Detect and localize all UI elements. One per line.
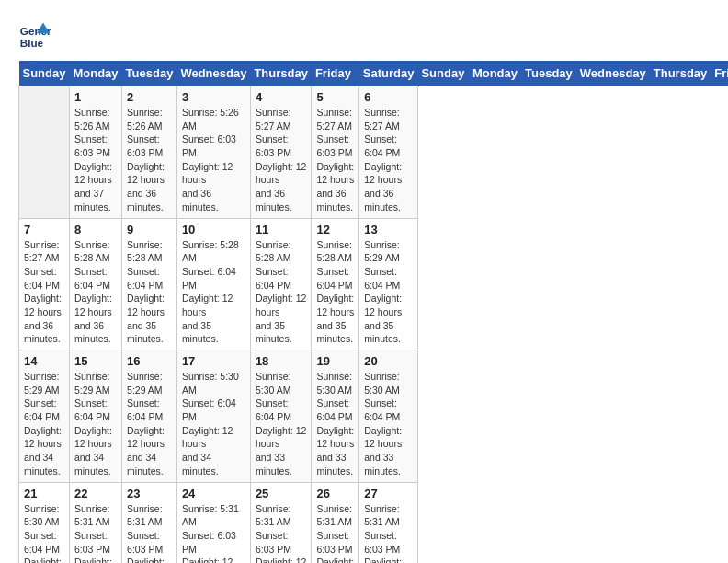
day-number: 5 — [316, 90, 354, 104]
day-number: 16 — [127, 354, 172, 368]
sunset-line: Sunset: 6:04 PM — [256, 265, 307, 292]
cell-info: Sunrise: 5:27 AMSunset: 6:04 PMDaylight:… — [24, 238, 64, 347]
weekday-header: Thursday — [250, 61, 312, 86]
sunrise-line: Sunrise: 5:28 AM — [182, 238, 245, 265]
logo-icon: General Blue — [18, 18, 51, 52]
daylight-line2: and 33 minutes. — [316, 451, 354, 477]
calendar-cell: 7Sunrise: 5:27 AMSunset: 6:04 PMDaylight… — [19, 218, 70, 350]
daylight-line1: Daylight: 12 hours — [256, 292, 307, 318]
cell-info: Sunrise: 5:29 AMSunset: 6:04 PMDaylight:… — [127, 370, 172, 478]
daylight-line2: and 36 minutes. — [127, 187, 172, 213]
sunset-line: Sunset: 6:03 PM — [316, 529, 354, 556]
sunrise-line: Sunrise: 5:26 AM — [182, 106, 245, 132]
sunrise-line: Sunrise: 5:29 AM — [127, 370, 172, 396]
calendar-cell: 20Sunrise: 5:30 AMSunset: 6:04 PMDayligh… — [359, 350, 418, 483]
sunset-line: Sunset: 6:03 PM — [182, 132, 245, 159]
cell-info: Sunrise: 5:30 AMSunset: 6:04 PMDaylight:… — [364, 370, 413, 478]
calendar-cell: 9Sunrise: 5:28 AMSunset: 6:04 PMDaylight… — [122, 218, 177, 350]
sunset-line: Sunset: 6:04 PM — [364, 265, 413, 292]
day-number: 10 — [182, 223, 245, 236]
day-number: 25 — [256, 487, 307, 500]
calendar-cell: 5Sunrise: 5:27 AMSunset: 6:03 PMDaylight… — [312, 86, 359, 219]
sunset-line: Sunset: 6:03 PM — [74, 529, 117, 556]
daylight-line2: and 35 minutes. — [316, 319, 354, 346]
weekday-header: Wednesday — [176, 61, 250, 86]
sunset-line: Sunset: 6:04 PM — [256, 396, 307, 423]
daylight-line1: Daylight: 12 hours — [182, 424, 245, 451]
weekday-header: Tuesday — [122, 61, 177, 86]
sunset-line: Sunset: 6:04 PM — [24, 529, 64, 556]
calendar-week-row: 14Sunrise: 5:29 AMSunset: 6:04 PMDayligh… — [19, 350, 729, 483]
calendar-cell: 26Sunrise: 5:31 AMSunset: 6:03 PMDayligh… — [312, 482, 359, 563]
sunrise-line: Sunrise: 5:31 AM — [316, 502, 354, 529]
daylight-line2: and 36 minutes. — [182, 187, 245, 213]
calendar-cell: 4Sunrise: 5:27 AMSunset: 6:03 PMDaylight… — [250, 86, 312, 219]
sunset-line: Sunset: 6:04 PM — [74, 396, 117, 423]
day-number: 23 — [127, 487, 172, 500]
sunset-line: Sunset: 6:03 PM — [127, 529, 172, 556]
sunrise-line: Sunrise: 5:30 AM — [182, 370, 245, 396]
weekday-header: Friday — [312, 61, 359, 86]
cell-info: Sunrise: 5:31 AMSunset: 6:03 PMDaylight:… — [364, 502, 413, 564]
cell-info: Sunrise: 5:30 AMSunset: 6:04 PMDaylight:… — [24, 502, 64, 564]
daylight-line2: and 34 minutes. — [24, 451, 64, 477]
daylight-line1: Daylight: 12 hours — [364, 160, 413, 187]
day-number: 20 — [364, 354, 413, 368]
calendar-cell: 25Sunrise: 5:31 AMSunset: 6:03 PMDayligh… — [250, 482, 312, 563]
day-number: 27 — [364, 487, 413, 500]
daylight-line2: and 35 minutes. — [182, 319, 245, 346]
daylight-line1: Daylight: 12 hours — [316, 292, 354, 318]
sunset-line: Sunset: 6:04 PM — [127, 265, 172, 292]
calendar-cell: 18Sunrise: 5:30 AMSunset: 6:04 PMDayligh… — [250, 350, 312, 483]
daylight-line1: Daylight: 12 hours — [24, 292, 64, 318]
sunset-line: Sunset: 6:04 PM — [316, 265, 354, 292]
daylight-line1: Daylight: 12 hours — [256, 424, 307, 451]
calendar-cell: 13Sunrise: 5:29 AMSunset: 6:04 PMDayligh… — [359, 218, 418, 350]
calendar-cell: 6Sunrise: 5:27 AMSunset: 6:04 PMDaylight… — [359, 86, 418, 219]
calendar-cell: 23Sunrise: 5:31 AMSunset: 6:03 PMDayligh… — [122, 482, 177, 563]
daylight-line2: and 34 minutes. — [127, 451, 172, 477]
daylight-line1: Daylight: 12 hours — [364, 424, 413, 451]
weekday-header: Tuesday — [521, 61, 576, 86]
sunset-line: Sunset: 6:04 PM — [182, 396, 245, 423]
weekday-header: Thursday — [650, 61, 711, 86]
day-number: 4 — [256, 90, 307, 104]
sunrise-line: Sunrise: 5:29 AM — [24, 370, 64, 396]
calendar-week-row: 7Sunrise: 5:27 AMSunset: 6:04 PMDaylight… — [19, 218, 729, 350]
sunset-line: Sunset: 6:03 PM — [256, 529, 307, 556]
calendar-cell — [19, 86, 70, 219]
sunrise-line: Sunrise: 5:30 AM — [24, 502, 64, 529]
daylight-line2: and 33 minutes. — [364, 451, 413, 477]
calendar-cell: 10Sunrise: 5:28 AMSunset: 6:04 PMDayligh… — [176, 218, 250, 350]
sunrise-line: Sunrise: 5:26 AM — [127, 106, 172, 132]
calendar-cell: 27Sunrise: 5:31 AMSunset: 6:03 PMDayligh… — [359, 482, 418, 563]
sunset-line: Sunset: 6:04 PM — [364, 132, 413, 159]
calendar-cell: 11Sunrise: 5:28 AMSunset: 6:04 PMDayligh… — [250, 218, 312, 350]
day-number: 18 — [256, 354, 307, 368]
sunrise-line: Sunrise: 5:27 AM — [316, 106, 354, 132]
sunrise-line: Sunrise: 5:30 AM — [256, 370, 307, 396]
daylight-line1: Daylight: 12 hours — [182, 556, 245, 563]
cell-info: Sunrise: 5:31 AMSunset: 6:03 PMDaylight:… — [74, 502, 117, 564]
daylight-line1: Daylight: 12 hours — [127, 292, 172, 318]
cell-info: Sunrise: 5:28 AMSunset: 6:04 PMDaylight:… — [182, 238, 245, 347]
cell-info: Sunrise: 5:28 AMSunset: 6:04 PMDaylight:… — [74, 238, 117, 347]
calendar-cell: 21Sunrise: 5:30 AMSunset: 6:04 PMDayligh… — [19, 482, 70, 563]
logo: General Blue — [18, 18, 51, 52]
calendar-cell: 17Sunrise: 5:30 AMSunset: 6:04 PMDayligh… — [176, 350, 250, 483]
cell-info: Sunrise: 5:30 AMSunset: 6:04 PMDaylight:… — [182, 370, 245, 478]
day-number: 3 — [182, 90, 245, 104]
sunset-line: Sunset: 6:04 PM — [74, 265, 117, 292]
calendar-table: SundayMondayTuesdayWednesdayThursdayFrid… — [18, 61, 728, 563]
weekday-header: Saturday — [359, 61, 418, 86]
sunrise-line: Sunrise: 5:31 AM — [364, 502, 413, 529]
sunrise-line: Sunrise: 5:31 AM — [127, 502, 172, 529]
day-number: 15 — [74, 354, 117, 368]
cell-info: Sunrise: 5:29 AMSunset: 6:04 PMDaylight:… — [74, 370, 117, 478]
calendar-week-row: 1Sunrise: 5:26 AMSunset: 6:03 PMDaylight… — [19, 86, 729, 219]
calendar-cell: 1Sunrise: 5:26 AMSunset: 6:03 PMDaylight… — [69, 86, 121, 219]
cell-info: Sunrise: 5:30 AMSunset: 6:04 PMDaylight:… — [316, 370, 354, 478]
cell-info: Sunrise: 5:28 AMSunset: 6:04 PMDaylight:… — [127, 238, 172, 347]
day-number: 9 — [127, 223, 172, 236]
calendar-cell: 22Sunrise: 5:31 AMSunset: 6:03 PMDayligh… — [69, 482, 121, 563]
